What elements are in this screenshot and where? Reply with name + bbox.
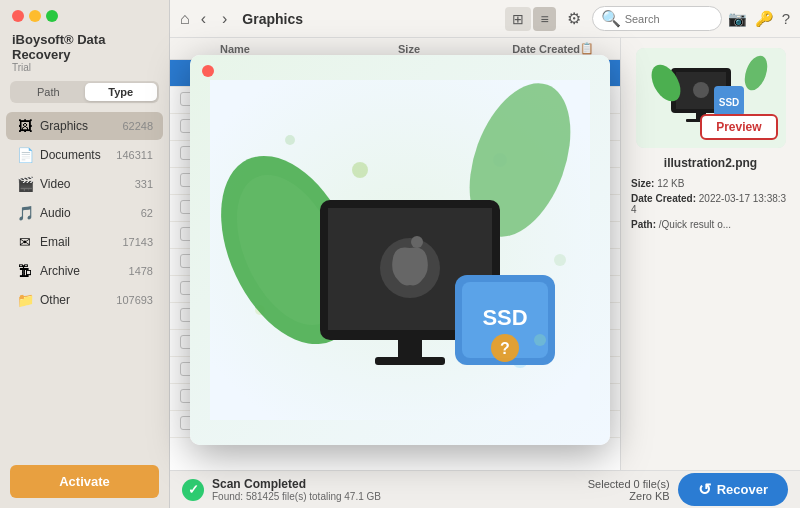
tab-row: Path Type [10,81,159,103]
svg-text:SSD: SSD [718,97,739,108]
popup-close-button[interactable] [202,65,214,77]
info-icon-button[interactable]: 🔑 [755,10,774,28]
date-col-header: Date Created [420,43,580,55]
selected-info: Selected 0 file(s) Zero KB [588,478,670,502]
activate-button[interactable]: Activate [10,465,159,498]
status-bar: ✓ Scan Completed Found: 581425 file(s) t… [170,470,800,508]
search-icon: 🔍 [601,9,621,28]
svg-rect-24 [375,357,445,365]
file-info-name: illustration2.png [664,156,757,170]
app-title-area: iBoysoft® Data Recovery Trial [0,28,169,81]
file-path-row: Path: /Quick result o... [631,219,790,230]
recover-label: Recover [717,482,768,497]
grid-view-button[interactable]: ⊞ [505,7,531,31]
file-path-label: Path: [631,219,656,230]
svg-point-22 [411,236,423,248]
popup-illustration-svg: SSD ? [210,80,590,420]
action-col-header: 📋 [580,42,610,55]
sidebar-item-label: Other [40,293,116,307]
selected-size: Zero KB [588,490,670,502]
maximize-button[interactable] [46,10,58,22]
audio-icon: 🎵 [16,204,34,222]
sidebar-item-count: 331 [135,178,153,190]
sidebar-item-email[interactable]: ✉ Email 17143 [6,228,163,256]
window-controls [12,10,58,22]
scan-title: Scan Completed [212,477,580,491]
graphics-icon: 🖼 [16,117,34,135]
back-button[interactable]: ‹ [196,8,211,30]
sidebar-item-documents[interactable]: 📄 Documents 146311 [6,141,163,169]
app-title: iBoysoft® Data Recovery [12,32,157,62]
minimize-button[interactable] [29,10,41,22]
sidebar: iBoysoft® Data Recovery Trial Path Type … [0,0,170,508]
scan-text: Scan Completed Found: 581425 file(s) tot… [212,477,580,502]
sidebar-item-graphics[interactable]: 🖼 Graphics 62248 [6,112,163,140]
preview-thumbnail: SSD Preview [636,48,786,148]
sidebar-item-label: Graphics [40,119,122,133]
sidebar-item-count: 62248 [122,120,153,132]
toolbar-icons: 📷 🔑 ? [728,10,790,28]
file-date-label: Date Created: [631,193,696,204]
file-size-row: Size: 12 KB [631,178,790,189]
archive-icon: 🗜 [16,262,34,280]
toolbar-title: Graphics [238,11,499,27]
list-view-button[interactable]: ≡ [533,7,555,31]
file-path-value: /Quick result o... [659,219,731,230]
search-input[interactable] [625,13,713,25]
email-icon: ✉ [16,233,34,251]
svg-text:?: ? [500,340,510,357]
svg-point-11 [285,135,295,145]
help-icon-button[interactable]: ? [782,10,790,28]
sidebar-item-label: Documents [40,148,116,162]
sidebar-item-audio[interactable]: 🎵 Audio 62 [6,199,163,227]
size-col-header: Size [330,43,420,55]
sidebar-item-label: Email [40,235,122,249]
sidebar-item-archive[interactable]: 🗜 Archive 1478 [6,257,163,285]
svg-text:SSD: SSD [482,305,527,330]
window-controls-area [0,0,169,28]
other-icon: 📁 [16,291,34,309]
svg-point-30 [352,162,368,178]
svg-point-13 [554,254,566,266]
sidebar-item-label: Video [40,177,135,191]
name-col-header: Name [220,43,330,55]
app-subtitle: Trial [12,62,157,73]
file-size-label: Size: [631,178,654,189]
sidebar-items: 🖼 Graphics 62248 📄 Documents 146311 🎬 Vi… [0,111,169,455]
file-size-value: 12 KB [657,178,684,189]
search-box: 🔍 [592,6,722,31]
preview-popup: SSD ? [190,55,610,445]
tab-path[interactable]: Path [12,83,85,101]
sidebar-item-count: 17143 [122,236,153,248]
filter-button[interactable]: ⚙ [562,7,586,30]
documents-icon: 📄 [16,146,34,164]
sidebar-item-count: 1478 [129,265,153,277]
svg-point-31 [534,334,546,346]
popup-svg-container: SSD ? [190,55,610,445]
video-icon: 🎬 [16,175,34,193]
sidebar-item-count: 146311 [116,149,153,161]
scan-complete-icon: ✓ [182,479,204,501]
close-button[interactable] [12,10,24,22]
scan-details: Found: 581425 file(s) totaling 47.1 GB [212,491,580,502]
sidebar-item-label: Archive [40,264,129,278]
sidebar-item-video[interactable]: 🎬 Video 331 [6,170,163,198]
sidebar-item-count: 107693 [116,294,153,306]
sidebar-item-other[interactable]: 📁 Other 107693 [6,286,163,314]
preview-button[interactable]: Preview [700,114,777,140]
file-date-row: Date Created: 2022-03-17 13:38:34 [631,193,790,215]
right-panel: SSD Preview illustration2.png Size: 12 K… [620,38,800,470]
home-button[interactable]: ⌂ [180,10,190,28]
popup-image: SSD ? [190,55,610,445]
tab-type[interactable]: Type [85,83,158,101]
recover-button[interactable]: ↺ Recover [678,473,788,506]
svg-point-3 [693,82,709,98]
camera-icon-button[interactable]: 📷 [728,10,747,28]
view-buttons: ⊞ ≡ [505,7,555,31]
toolbar: ⌂ ‹ › Graphics ⊞ ≡ ⚙ 🔍 📷 🔑 ? [170,0,800,38]
sidebar-item-count: 62 [141,207,153,219]
sidebar-item-label: Audio [40,206,141,220]
selected-files: Selected 0 file(s) [588,478,670,490]
forward-button[interactable]: › [217,8,232,30]
recover-icon: ↺ [698,480,711,499]
